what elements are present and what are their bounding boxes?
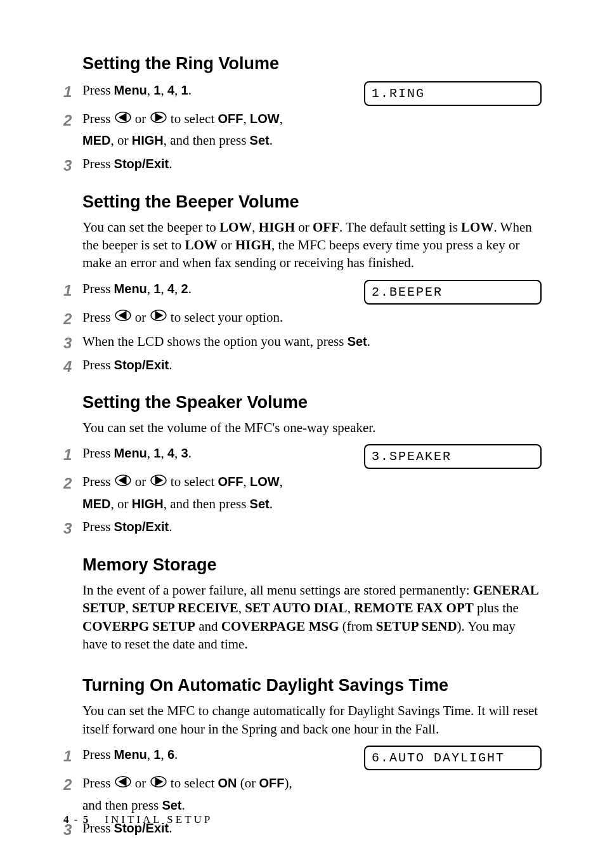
lcd-display: 3.SPEAKER <box>364 444 542 469</box>
lcd-display: 2.BEEPER <box>364 280 542 305</box>
arrow-right-icon <box>150 308 167 329</box>
step-item: Press Menu, 1, 4, 1.1.RING <box>63 80 542 106</box>
step-item: Press or to select your option. <box>63 307 542 329</box>
steps-list: Press Menu, 1, 4, 3.3.SPEAKERPress or to… <box>63 443 542 537</box>
section-heading: Turning On Automatic Daylight Savings Ti… <box>82 676 542 695</box>
arrow-right-icon <box>150 110 167 131</box>
step-item: Press Menu, 1, 4, 3.3.SPEAKER <box>63 443 542 469</box>
steps-list: Press Menu, 1, 4, 1.1.RINGPress or to se… <box>63 80 542 174</box>
section-intro: In the event of a power failure, all men… <box>82 581 542 653</box>
section-intro: You can set the volume of the MFC's one-… <box>82 419 542 437</box>
svg-marker-13 <box>118 777 126 787</box>
arrow-left-icon <box>114 473 132 494</box>
arrow-left-icon <box>114 110 132 131</box>
step-item: Press or to select ON (or OFF), and then… <box>63 773 542 815</box>
arrow-right-icon <box>150 774 167 795</box>
step-item: Press Menu, 1, 6.6.AUTO DAYLIGHT <box>63 744 542 770</box>
svg-marker-1 <box>118 113 126 122</box>
step-item: Press or to select OFF, LOW, MED, or HIG… <box>63 109 542 151</box>
step-item: When the LCD shows the option you want, … <box>63 331 542 352</box>
step-item: Press Stop/Exit. <box>63 154 542 174</box>
section-heading: Memory Storage <box>82 555 542 575</box>
svg-marker-9 <box>118 476 126 485</box>
step-item: Press Menu, 1, 4, 2.2.BEEPER <box>63 279 542 305</box>
section-heading: Setting the Ring Volume <box>82 54 542 74</box>
lcd-display: 1.RING <box>364 81 542 106</box>
section-intro: You can set the beeper to LOW, HIGH or O… <box>82 218 542 272</box>
lcd-display: 6.AUTO DAYLIGHT <box>364 746 542 770</box>
svg-marker-7 <box>155 311 163 320</box>
section-intro: You can set the MFC to change automatica… <box>82 702 542 738</box>
section-heading: Setting the Speaker Volume <box>82 393 542 412</box>
svg-marker-3 <box>155 113 163 122</box>
page-footer: 4 - 5 INITIAL SETUP <box>63 813 212 826</box>
svg-marker-15 <box>155 777 163 787</box>
page-number: 4 - 5 <box>63 813 89 825</box>
chapter-name: INITIAL SETUP <box>105 813 212 825</box>
step-item: Press Stop/Exit. <box>63 355 542 376</box>
arrow-left-icon <box>114 308 132 329</box>
step-item: Press Stop/Exit. <box>63 516 542 537</box>
step-item: Press or to select OFF, LOW, MED, or HIG… <box>63 471 542 514</box>
section-heading: Setting the Beeper Volume <box>82 192 542 212</box>
arrow-right-icon <box>150 473 167 494</box>
svg-marker-11 <box>155 476 163 485</box>
steps-list: Press Menu, 1, 4, 2.2.BEEPERPress or to … <box>63 279 542 376</box>
arrow-left-icon <box>114 774 132 795</box>
svg-marker-5 <box>118 311 126 320</box>
